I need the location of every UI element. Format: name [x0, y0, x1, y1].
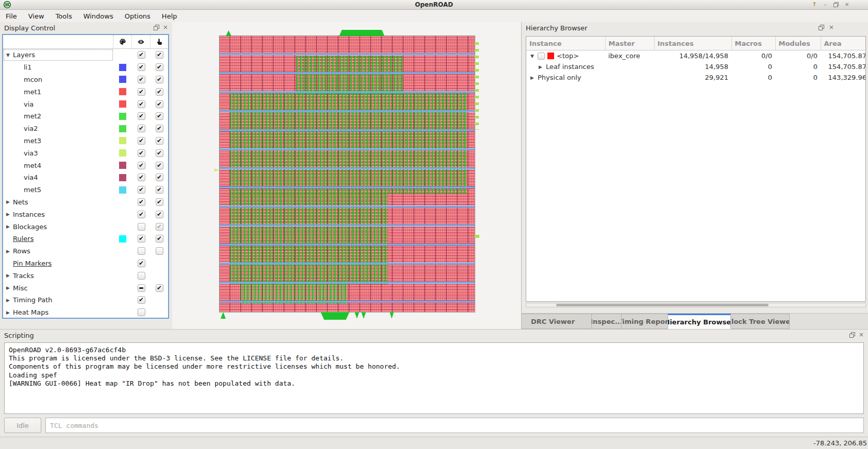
visible-checkbox[interactable]	[138, 186, 145, 194]
instance-color-swatch[interactable]	[547, 53, 554, 59]
layer-color-swatch[interactable]	[119, 64, 126, 71]
column-header-modules[interactable]: Modules	[775, 37, 821, 50]
tree-row-met5[interactable]: ▶met5	[3, 184, 168, 196]
layer-color-swatch[interactable]	[119, 235, 126, 243]
swatch-cell[interactable]	[113, 64, 132, 71]
layer-color-swatch[interactable]	[119, 186, 126, 194]
layer-color-swatch[interactable]	[119, 125, 126, 132]
menu-file[interactable]: File	[0, 12, 23, 20]
selectable-checkbox[interactable]	[156, 186, 163, 194]
expander-right-icon[interactable]: ▶	[5, 285, 11, 290]
tree-row-timing-path[interactable]: ▶Timing Path	[3, 294, 168, 306]
swatch-cell[interactable]	[113, 174, 132, 181]
swatch-cell[interactable]	[113, 125, 132, 132]
column-header-macros[interactable]: Macros	[731, 37, 775, 50]
layer-color-swatch[interactable]	[119, 174, 126, 181]
selectable-checkbox[interactable]	[156, 162, 163, 169]
close-window-button[interactable]: ×	[843, 1, 850, 8]
table-row[interactable]: ▶Physical only29,92100143,329.96	[526, 72, 866, 83]
layer-color-swatch[interactable]	[119, 149, 126, 157]
visible-checkbox[interactable]	[138, 223, 145, 231]
visible-checkbox[interactable]	[138, 63, 145, 71]
selectable-checkbox[interactable]	[156, 223, 163, 231]
menu-tools[interactable]: Tools	[50, 12, 78, 20]
float-panel-icon[interactable]	[153, 24, 160, 31]
selectable-checkbox[interactable]	[156, 198, 163, 206]
tcl-command-input[interactable]	[45, 418, 864, 433]
idle-status-button[interactable]: Idle	[4, 418, 41, 433]
swatch-cell[interactable]	[113, 76, 132, 83]
menu-help[interactable]: Help	[156, 12, 183, 20]
column-header-master[interactable]: Master	[605, 37, 654, 50]
minimize-button[interactable]: –	[822, 1, 829, 8]
swatch-cell[interactable]	[113, 137, 132, 144]
tree-row-via3[interactable]: ▶via3	[3, 147, 168, 159]
layer-color-swatch[interactable]	[119, 76, 126, 83]
expander-right-icon[interactable]: ▶	[5, 224, 11, 229]
visible-checkbox[interactable]	[138, 174, 145, 181]
layer-color-swatch[interactable]	[119, 88, 126, 95]
layout-canvas[interactable]	[172, 22, 522, 329]
visible-checkbox[interactable]	[138, 88, 145, 96]
selectable-checkbox[interactable]	[156, 247, 163, 255]
visible-checkbox[interactable]	[138, 284, 145, 292]
visible-checkbox[interactable]	[138, 51, 145, 59]
menu-view[interactable]: View	[23, 12, 50, 20]
tree-row-via[interactable]: ▶via	[3, 98, 168, 110]
tab-hierarchy-browser[interactable]: Hierarchy Browser	[668, 314, 731, 329]
tree-row-pin-markers[interactable]: ▶Pin Markers	[3, 257, 168, 270]
selectable-checkbox[interactable]	[156, 284, 163, 292]
expander-down-icon[interactable]: ▼	[5, 53, 11, 58]
visible-checkbox[interactable]	[138, 125, 145, 132]
selectable-checkbox[interactable]	[156, 112, 163, 120]
tree-row-rulers[interactable]: ▶Rulers	[3, 233, 168, 245]
tree-row-misc[interactable]: ▶Misc	[3, 282, 168, 294]
selectable-checkbox[interactable]	[156, 51, 163, 59]
visible-checkbox[interactable]	[138, 211, 145, 218]
column-header-area[interactable]: Area	[821, 37, 866, 50]
visible-checkbox[interactable]	[138, 112, 145, 120]
column-header-instance[interactable]: Instance	[526, 37, 605, 50]
visible-checkbox[interactable]	[138, 162, 145, 169]
tree-row-li1[interactable]: ▶li1	[3, 61, 168, 74]
swatch-cell[interactable]	[113, 162, 132, 169]
tab-clock-tree-viewer[interactable]: Clock Tree Viewer	[731, 314, 790, 329]
tab-inspec-[interactable]: Inspec...	[592, 314, 622, 329]
hierarchy-hscrollbar[interactable]	[526, 303, 866, 307]
tree-row-blockages[interactable]: ▶Blockages	[3, 220, 168, 233]
float-panel-icon[interactable]	[848, 331, 856, 338]
tree-row-nets[interactable]: ▶Nets	[3, 196, 168, 209]
expander-right-icon[interactable]: ▶	[538, 64, 543, 70]
tree-row-heat-maps[interactable]: ▶Heat Maps	[3, 306, 168, 319]
maximize-button[interactable]	[832, 1, 840, 8]
tree-row-via2[interactable]: ▶via2	[3, 123, 168, 135]
tree-row-met1[interactable]: ▶met1	[3, 85, 168, 98]
selectable-checkbox[interactable]	[156, 174, 163, 181]
selectable-checkbox[interactable]	[156, 125, 163, 132]
column-header-instances[interactable]: Instances	[654, 37, 731, 50]
visible-checkbox[interactable]	[138, 247, 145, 255]
expander-right-icon[interactable]: ▶	[5, 249, 11, 254]
layer-color-swatch[interactable]	[119, 100, 126, 108]
instance-checkbox[interactable]	[538, 53, 545, 60]
selectable-checkbox[interactable]	[156, 76, 163, 83]
tab-drc-viewer[interactable]: DRC Viewer	[522, 314, 592, 329]
swatch-cell[interactable]	[113, 113, 132, 120]
float-panel-icon[interactable]	[817, 24, 825, 31]
selectable-checkbox[interactable]	[156, 211, 163, 218]
selectable-checkbox[interactable]	[156, 63, 163, 71]
tree-row-met4[interactable]: ▶met4	[3, 159, 168, 171]
table-row[interactable]: ▶Leaf instances14,95800154,705.87	[526, 61, 866, 72]
selectable-checkbox[interactable]	[156, 137, 163, 145]
visible-checkbox[interactable]	[138, 149, 145, 157]
expander-down-icon[interactable]: ▼	[529, 54, 535, 59]
scrollbar-thumb[interactable]	[556, 304, 769, 306]
expander-right-icon[interactable]: ▶	[529, 75, 535, 80]
selectable-checkbox[interactable]	[156, 149, 163, 157]
expander-right-icon[interactable]: ▶	[5, 212, 11, 217]
shade-window-button[interactable]: ↑	[811, 1, 818, 8]
tree-row-layers[interactable]: ▼Layers	[3, 49, 168, 61]
visible-checkbox[interactable]	[138, 100, 145, 108]
close-panel-icon[interactable]: ×	[858, 331, 865, 338]
swatch-cell[interactable]	[113, 235, 132, 243]
